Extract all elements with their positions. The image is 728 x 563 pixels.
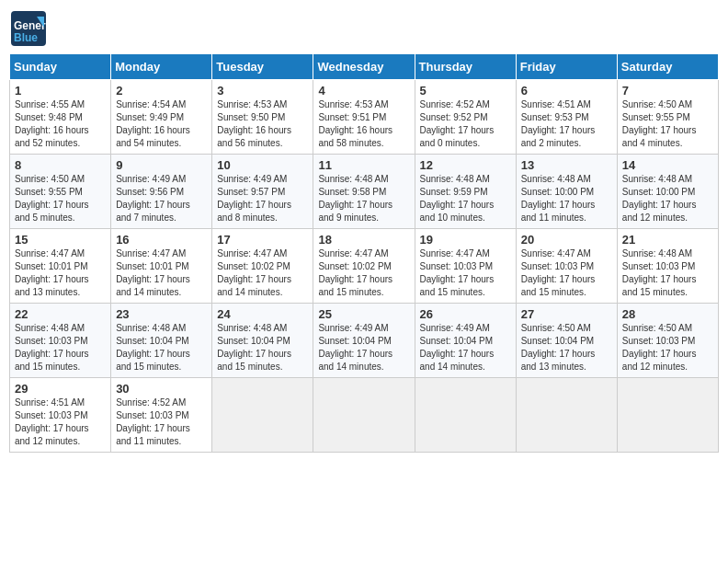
day-info: Sunrise: 4:50 AMSunset: 9:55 PMDaylight:… <box>15 173 106 224</box>
day-number: 17 <box>217 233 308 247</box>
day-cell-10: 10 Sunrise: 4:49 AMSunset: 9:57 PMDaylig… <box>212 155 313 229</box>
logo-icon: General Blue <box>9 9 48 48</box>
day-info: Sunrise: 4:47 AMSunset: 10:02 PMDaylight… <box>318 247 409 299</box>
day-header-monday: Monday <box>111 54 212 80</box>
day-info: Sunrise: 4:48 AMSunset: 9:58 PMDaylight:… <box>318 173 409 224</box>
day-cell-17: 17 Sunrise: 4:47 AMSunset: 10:02 PMDayli… <box>212 229 313 304</box>
day-cell-6: 6 Sunrise: 4:51 AMSunset: 9:53 PMDayligh… <box>516 80 617 155</box>
day-info: Sunrise: 4:50 AMSunset: 10:04 PMDaylight… <box>521 322 612 373</box>
day-cell-30: 30 Sunrise: 4:52 AMSunset: 10:03 PMDayli… <box>111 378 212 453</box>
day-cell-28: 28 Sunrise: 4:50 AMSunset: 10:03 PMDayli… <box>617 304 718 378</box>
day-number: 20 <box>521 233 612 247</box>
empty-cell <box>313 378 415 453</box>
day-number: 2 <box>116 84 207 98</box>
day-cell-4: 4 Sunrise: 4:53 AMSunset: 9:51 PMDayligh… <box>313 80 415 155</box>
day-info: Sunrise: 4:48 AMSunset: 10:00 PMDaylight… <box>622 173 713 224</box>
day-number: 14 <box>622 158 713 172</box>
header: General Blue <box>9 9 719 48</box>
empty-cell <box>617 378 718 453</box>
day-info: Sunrise: 4:48 AMSunset: 10:04 PMDaylight… <box>217 322 308 373</box>
day-info: Sunrise: 4:48 AMSunset: 10:03 PMDaylight… <box>15 322 106 373</box>
day-number: 23 <box>116 307 207 321</box>
calendar-week-3: 15 Sunrise: 4:47 AMSunset: 10:01 PMDayli… <box>10 229 719 304</box>
calendar-week-1: 1 Sunrise: 4:55 AMSunset: 9:48 PMDayligh… <box>10 80 719 155</box>
day-number: 11 <box>318 158 409 172</box>
day-info: Sunrise: 4:48 AMSunset: 10:04 PMDaylight… <box>116 322 207 373</box>
day-cell-14: 14 Sunrise: 4:48 AMSunset: 10:00 PMDayli… <box>617 155 718 229</box>
day-cell-18: 18 Sunrise: 4:47 AMSunset: 10:02 PMDayli… <box>313 229 415 304</box>
calendar-week-2: 8 Sunrise: 4:50 AMSunset: 9:55 PMDayligh… <box>10 155 719 229</box>
svg-text:Blue: Blue <box>14 31 38 44</box>
day-number: 4 <box>318 84 409 98</box>
day-info: Sunrise: 4:48 AMSunset: 9:59 PMDaylight:… <box>420 173 511 224</box>
day-cell-3: 3 Sunrise: 4:53 AMSunset: 9:50 PMDayligh… <box>212 80 313 155</box>
day-info: Sunrise: 4:52 AMSunset: 9:52 PMDaylight:… <box>420 98 511 150</box>
day-cell-15: 15 Sunrise: 4:47 AMSunset: 10:01 PMDayli… <box>10 229 111 304</box>
day-cell-5: 5 Sunrise: 4:52 AMSunset: 9:52 PMDayligh… <box>415 80 516 155</box>
day-number: 7 <box>622 84 713 98</box>
day-number: 21 <box>622 233 713 247</box>
day-cell-12: 12 Sunrise: 4:48 AMSunset: 9:59 PMDaylig… <box>415 155 516 229</box>
day-info: Sunrise: 4:49 AMSunset: 10:04 PMDaylight… <box>420 322 511 373</box>
day-cell-23: 23 Sunrise: 4:48 AMSunset: 10:04 PMDayli… <box>111 304 212 378</box>
day-number: 12 <box>420 158 511 172</box>
empty-cell <box>212 378 313 453</box>
calendar-header-row: SundayMondayTuesdayWednesdayThursdayFrid… <box>10 54 719 80</box>
day-info: Sunrise: 4:54 AMSunset: 9:49 PMDaylight:… <box>116 98 207 150</box>
day-number: 24 <box>217 307 308 321</box>
day-cell-19: 19 Sunrise: 4:47 AMSunset: 10:03 PMDayli… <box>415 229 516 304</box>
day-header-wednesday: Wednesday <box>313 54 415 80</box>
logo: General Blue <box>9 9 48 48</box>
day-header-tuesday: Tuesday <box>212 54 313 80</box>
day-info: Sunrise: 4:47 AMSunset: 10:01 PMDaylight… <box>15 247 106 299</box>
day-cell-21: 21 Sunrise: 4:48 AMSunset: 10:03 PMDayli… <box>617 229 718 304</box>
day-number: 30 <box>116 382 207 396</box>
day-info: Sunrise: 4:53 AMSunset: 9:50 PMDaylight:… <box>217 98 308 150</box>
day-info: Sunrise: 4:48 AMSunset: 10:00 PMDaylight… <box>521 173 612 224</box>
day-number: 25 <box>318 307 409 321</box>
day-cell-11: 11 Sunrise: 4:48 AMSunset: 9:58 PMDaylig… <box>313 155 415 229</box>
calendar: SundayMondayTuesdayWednesdayThursdayFrid… <box>9 53 719 453</box>
day-info: Sunrise: 4:53 AMSunset: 9:51 PMDaylight:… <box>318 98 409 150</box>
day-info: Sunrise: 4:51 AMSunset: 10:03 PMDaylight… <box>15 396 106 448</box>
day-cell-26: 26 Sunrise: 4:49 AMSunset: 10:04 PMDayli… <box>415 304 516 378</box>
day-header-friday: Friday <box>516 54 617 80</box>
day-number: 19 <box>420 233 511 247</box>
day-cell-27: 27 Sunrise: 4:50 AMSunset: 10:04 PMDayli… <box>516 304 617 378</box>
day-cell-1: 1 Sunrise: 4:55 AMSunset: 9:48 PMDayligh… <box>10 80 111 155</box>
day-cell-16: 16 Sunrise: 4:47 AMSunset: 10:01 PMDayli… <box>111 229 212 304</box>
day-cell-8: 8 Sunrise: 4:50 AMSunset: 9:55 PMDayligh… <box>10 155 111 229</box>
day-cell-7: 7 Sunrise: 4:50 AMSunset: 9:55 PMDayligh… <box>617 80 718 155</box>
day-cell-25: 25 Sunrise: 4:49 AMSunset: 10:04 PMDayli… <box>313 304 415 378</box>
day-number: 5 <box>420 84 511 98</box>
day-info: Sunrise: 4:47 AMSunset: 10:03 PMDaylight… <box>420 247 511 299</box>
day-number: 9 <box>116 158 207 172</box>
day-info: Sunrise: 4:49 AMSunset: 9:57 PMDaylight:… <box>217 173 308 224</box>
day-cell-20: 20 Sunrise: 4:47 AMSunset: 10:03 PMDayli… <box>516 229 617 304</box>
day-number: 28 <box>622 307 713 321</box>
day-number: 29 <box>15 382 106 396</box>
day-header-saturday: Saturday <box>617 54 718 80</box>
day-info: Sunrise: 4:55 AMSunset: 9:48 PMDaylight:… <box>15 98 106 150</box>
calendar-week-4: 22 Sunrise: 4:48 AMSunset: 10:03 PMDayli… <box>10 304 719 378</box>
day-number: 13 <box>521 158 612 172</box>
day-info: Sunrise: 4:49 AMSunset: 9:56 PMDaylight:… <box>116 173 207 224</box>
day-info: Sunrise: 4:50 AMSunset: 9:55 PMDaylight:… <box>622 98 713 150</box>
day-number: 27 <box>521 307 612 321</box>
day-number: 26 <box>420 307 511 321</box>
calendar-week-5: 29 Sunrise: 4:51 AMSunset: 10:03 PMDayli… <box>10 378 719 453</box>
day-number: 8 <box>15 158 106 172</box>
day-info: Sunrise: 4:52 AMSunset: 10:03 PMDaylight… <box>116 396 207 448</box>
day-number: 6 <box>521 84 612 98</box>
day-number: 16 <box>116 233 207 247</box>
day-info: Sunrise: 4:47 AMSunset: 10:01 PMDaylight… <box>116 247 207 299</box>
day-info: Sunrise: 4:47 AMSunset: 10:03 PMDaylight… <box>521 247 612 299</box>
day-info: Sunrise: 4:49 AMSunset: 10:04 PMDaylight… <box>318 322 409 373</box>
day-number: 1 <box>15 84 106 98</box>
empty-cell <box>516 378 617 453</box>
day-number: 15 <box>15 233 106 247</box>
day-info: Sunrise: 4:48 AMSunset: 10:03 PMDaylight… <box>622 247 713 299</box>
day-number: 22 <box>15 307 106 321</box>
day-cell-24: 24 Sunrise: 4:48 AMSunset: 10:04 PMDayli… <box>212 304 313 378</box>
day-info: Sunrise: 4:47 AMSunset: 10:02 PMDaylight… <box>217 247 308 299</box>
